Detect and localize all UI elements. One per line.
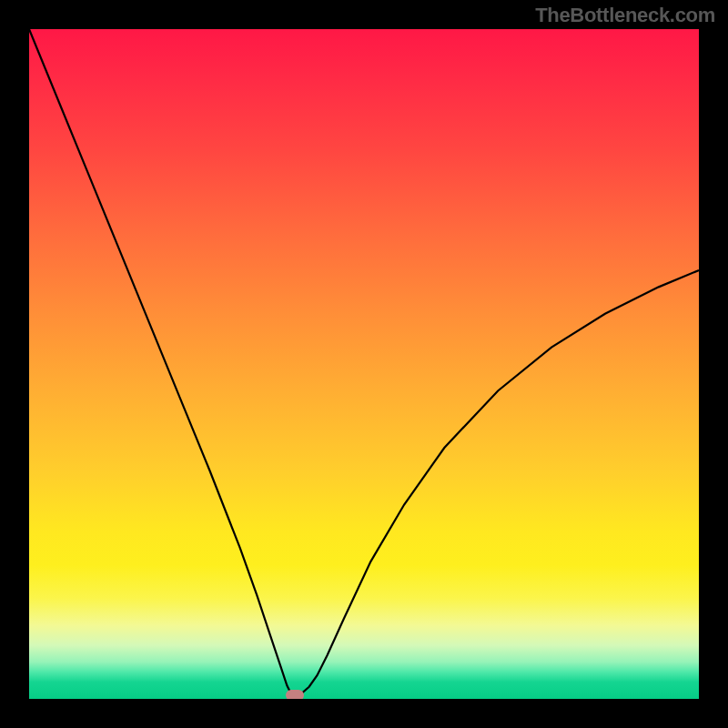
bottleneck-curve (29, 29, 699, 699)
chart-container: TheBottleneck.com (0, 0, 728, 728)
plot-area (29, 29, 699, 699)
watermark-text: TheBottleneck.com (535, 4, 715, 27)
minimum-marker (286, 690, 304, 699)
